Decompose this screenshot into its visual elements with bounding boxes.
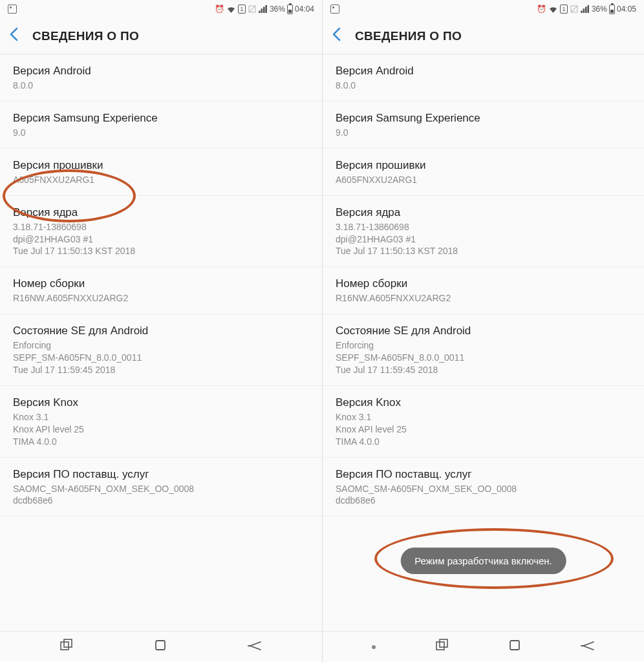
wifi-icon <box>226 5 236 13</box>
item-value: SAOMC_SM-A605FN_OXM_SEK_OO_0008 dcdb68e6 <box>336 483 631 507</box>
back-icon[interactable] <box>332 27 341 45</box>
list-item[interactable]: Версия Samsung Experience9.0 <box>323 101 644 149</box>
item-value: 8.0.0 <box>336 80 631 92</box>
item-value: 3.18.71-13860698 dpi@21HHAG03 #1 Tue Jul… <box>336 221 631 258</box>
clock-text: 04:05 <box>617 5 636 14</box>
list-item[interactable]: Версия прошивкиA605FNXXU2ARG1 <box>323 149 644 196</box>
battery-pct: 36% <box>270 5 285 14</box>
navigation-bar <box>0 631 322 662</box>
wifi-icon <box>548 5 558 13</box>
back-icon[interactable] <box>9 27 18 45</box>
signal-icon <box>581 5 590 13</box>
item-title: Версия Samsung Experience <box>336 112 631 125</box>
item-title: Версия Android <box>336 65 631 78</box>
item-value: 9.0 <box>336 127 631 139</box>
item-title: Версия прошивки <box>336 159 631 172</box>
clock-text: 04:04 <box>295 5 314 14</box>
item-title: Версия ядра <box>336 206 631 219</box>
list-item[interactable]: Версия Android8.0.0 <box>0 54 322 101</box>
battery-icon <box>609 5 615 14</box>
svg-rect-9 <box>156 641 165 650</box>
phone-screen-right: ⏰ 1 36% 04:05 СВЕДЕНИЯ О ПО Версия Andro… <box>322 0 644 662</box>
item-title: Версия Knox <box>336 396 631 409</box>
item-value: A605FNXXU2ARG1 <box>13 174 309 186</box>
list-item[interactable]: Номер сборкиR16NW.A605FNXXU2ARG2 <box>0 267 322 314</box>
list-item[interactable]: Состояние SE для AndroidEnforcing SEPF_S… <box>0 314 322 386</box>
item-title: Версия ПО поставщ. услуг <box>336 468 631 481</box>
list-item[interactable]: Версия Android8.0.0 <box>323 54 644 101</box>
list-item[interactable]: Версия ядра3.18.71-13860698 dpi@21HHAG03… <box>323 196 644 268</box>
item-value: Knox 3.1 Knox API level 25 TIMA 4.0.0 <box>13 411 309 448</box>
list-item[interactable]: Номер сборкиR16NW.A605FNXXU2ARG2 <box>323 267 644 314</box>
back-nav-icon[interactable] <box>581 640 595 654</box>
battery-icon <box>287 5 293 14</box>
no-sim-icon <box>248 5 257 14</box>
settings-list: Версия Android8.0.0 Версия Samsung Exper… <box>0 54 322 631</box>
svg-rect-7 <box>61 642 69 650</box>
item-value: 9.0 <box>13 127 309 139</box>
alarm-icon: ⏰ <box>215 5 224 14</box>
item-title: Версия Android <box>13 65 309 78</box>
item-value: R16NW.A605FNXXU2ARG2 <box>336 292 631 304</box>
toast-message: Режим разработчика включен. <box>400 548 566 574</box>
signal-icon <box>259 5 268 13</box>
home-icon[interactable] <box>155 639 166 654</box>
item-value: 8.0.0 <box>13 80 309 92</box>
item-value: SAOMC_SM-A605FN_OXM_SEK_OO_0008 dcdb68e6 <box>13 483 309 507</box>
list-item[interactable]: Версия ПО поставщ. услугSAOMC_SM-A605FN_… <box>0 458 322 517</box>
svg-rect-13 <box>440 639 447 647</box>
sim-icon: 1 <box>238 5 246 14</box>
page-title: СВЕДЕНИЯ О ПО <box>32 29 139 43</box>
item-value: R16NW.A605FNXXU2ARG2 <box>13 292 309 304</box>
sim-icon: 1 <box>560 5 568 14</box>
item-title: Состояние SE для Android <box>13 325 309 337</box>
item-value: 3.18.71-13860698 dpi@21HHAG03 #1 Tue Jul… <box>13 221 309 258</box>
item-value: A605FNXXU2ARG1 <box>336 174 631 186</box>
recents-icon[interactable] <box>436 639 449 655</box>
item-title: Состояние SE для Android <box>336 325 631 337</box>
svg-rect-8 <box>64 639 72 647</box>
list-item[interactable]: Состояние SE для AndroidEnforcing SEPF_S… <box>323 314 644 386</box>
item-title: Версия Knox <box>13 396 309 409</box>
item-title: Версия ядра <box>13 206 309 219</box>
navigation-bar <box>323 631 644 662</box>
phone-screen-left: ⏰ 1 36% 04:04 СВЕДЕНИЯ О ПО Версия Andro… <box>0 0 322 662</box>
back-nav-icon[interactable] <box>248 640 262 654</box>
item-title: Версия ПО поставщ. услуг <box>13 468 309 481</box>
image-notification-icon <box>8 5 17 14</box>
no-sim-icon <box>570 5 579 14</box>
status-bar: ⏰ 1 36% 04:04 <box>0 0 322 18</box>
item-title: Версия Samsung Experience <box>13 112 309 125</box>
image-notification-icon <box>330 5 339 14</box>
battery-pct: 36% <box>592 5 607 14</box>
list-item[interactable]: Версия Samsung Experience9.0 <box>0 101 322 149</box>
alarm-icon: ⏰ <box>537 5 546 14</box>
settings-list: Версия Android8.0.0 Версия Samsung Exper… <box>323 54 644 631</box>
list-item[interactable]: Версия ядра3.18.71-13860698 dpi@21HHAG03… <box>0 196 322 268</box>
svg-rect-12 <box>436 642 444 650</box>
list-item[interactable]: Версия прошивкиA605FNXXU2ARG1 <box>0 149 322 196</box>
status-bar: ⏰ 1 36% 04:05 <box>323 0 644 18</box>
list-item[interactable]: Версия KnoxKnox 3.1 Knox API level 25 TI… <box>0 386 322 458</box>
home-icon[interactable] <box>509 639 521 654</box>
app-header: СВЕДЕНИЯ О ПО <box>323 18 644 54</box>
item-value: Enforcing SEPF_SM-A605FN_8.0.0_0011 Tue … <box>13 339 309 376</box>
item-title: Номер сборки <box>336 277 631 290</box>
app-header: СВЕДЕНИЯ О ПО <box>0 18 322 54</box>
item-title: Номер сборки <box>13 277 309 290</box>
item-title: Версия прошивки <box>13 159 309 172</box>
svg-line-6 <box>249 6 255 12</box>
page-title: СВЕДЕНИЯ О ПО <box>355 29 462 43</box>
svg-rect-14 <box>510 641 519 650</box>
item-value: Enforcing SEPF_SM-A605FN_8.0.0_0011 Tue … <box>336 339 631 376</box>
list-item[interactable]: Версия ПО поставщ. услугSAOMC_SM-A605FN_… <box>323 458 644 517</box>
svg-line-11 <box>571 6 577 12</box>
dot-icon <box>372 645 376 649</box>
list-item[interactable]: Версия KnoxKnox 3.1 Knox API level 25 TI… <box>323 386 644 458</box>
recents-icon[interactable] <box>60 639 73 655</box>
item-value: Knox 3.1 Knox API level 25 TIMA 4.0.0 <box>336 411 631 448</box>
